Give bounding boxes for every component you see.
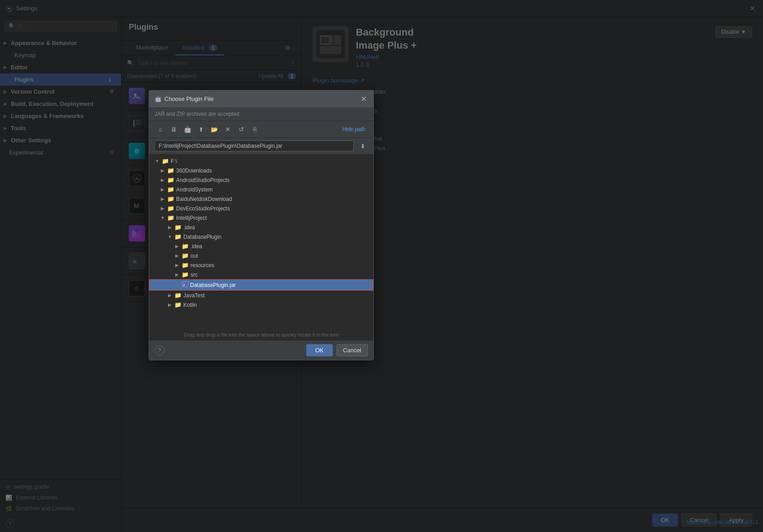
dialog-overlay: 🤖 Choose Plugin File ✕ JAR and ZIP archi… (0, 0, 763, 532)
folder-icon-android-system: 📁 (167, 186, 174, 193)
android-icon: 🤖 (184, 126, 191, 133)
tree-label-intellij: IntellijProject (176, 215, 368, 221)
tree-arrow-db-jar: ▶ (175, 282, 180, 287)
folder-icon-db-plugin: 📁 (174, 233, 182, 240)
tree-label-db-jar: DatabasePlugin.jar (190, 282, 368, 288)
tree-arrow-intellij: ▼ (160, 215, 165, 220)
folder-icon-android-studio: 📁 (167, 177, 174, 183)
home-icon: ⌂ (159, 126, 162, 133)
tree-label-android-system: AndroidSystem (176, 186, 368, 193)
tree-item-resources[interactable]: ▶ 📁 resources (149, 260, 373, 270)
folder-icon-src: 📁 (182, 271, 189, 278)
tree-arrow-idea2: ▶ (174, 244, 180, 249)
android-toolbar-button[interactable]: 🤖 (182, 124, 193, 135)
dialog-footer-help: ? (154, 346, 164, 355)
jar-file-icon: J (182, 281, 188, 289)
tree-item-out[interactable]: ▶ 📁 out (149, 251, 373, 260)
dialog-footer: ? OK Cancel (149, 340, 373, 360)
tree-label-resources: resources (191, 262, 368, 268)
tree-label-javatest: JavaTest (183, 292, 368, 299)
tree-item-kotlin-folder[interactable]: ▶ 📁 Kotlin (149, 300, 373, 309)
folder-icon-idea1: 📁 (174, 224, 182, 231)
tree-item-deveco[interactable]: ▶ 📁 DevEcoStudioProjects (149, 204, 373, 213)
tree-label-src: src (191, 272, 368, 278)
folder-up-icon: 🖥 (171, 126, 177, 133)
dialog-help-button[interactable]: ? (154, 346, 164, 355)
copy-toolbar-button[interactable]: ⎘ (249, 124, 261, 135)
dialog-file-tree: ▼ 📁 F:\ ▶ 📁 360Downloads ▶ 📁 AndroidStud… (149, 155, 373, 329)
folder-icon-360: 📁 (167, 167, 174, 174)
tree-label-idea1: .idea (183, 224, 368, 231)
folder-up-toolbar-button[interactable]: 🖥 (168, 124, 180, 135)
delete-icon: ✕ (225, 126, 231, 133)
folder-icon-resources: 📁 (182, 262, 189, 268)
dialog-subtitle: JAR and ZIP archives are accepted (149, 107, 373, 121)
tree-label-out: out (191, 253, 368, 259)
tree-label-deveco: DevEcoStudioProjects (176, 205, 368, 212)
settings-window: Settings ✕ 🔍 ▶ Appearance & Behavior Key… (0, 0, 763, 532)
dialog-title-bar: 🤖 Choose Plugin File ✕ (149, 91, 373, 107)
path-input[interactable] (154, 141, 354, 151)
tree-arrow-resources: ▶ (174, 263, 180, 268)
tree-arrow-idea1: ▶ (167, 225, 173, 230)
dialog-hint: Drag and drop a file into the space abov… (149, 329, 373, 340)
tree-item-android-system[interactable]: ▶ 📁 AndroidSystem (149, 185, 373, 194)
tree-item-baidu[interactable]: ▶ 📁 BaiduNetdiskDownload (149, 194, 373, 204)
dialog-toolbar: ⌂ 🖥 🤖 ⬆ 📂 ✕ ↺ (149, 121, 373, 138)
tree-arrow-android-studio: ▶ (160, 177, 165, 182)
delete-toolbar-button[interactable]: ✕ (222, 124, 234, 135)
hide-path-button[interactable]: Hide path (340, 125, 368, 133)
dialog-cancel-button[interactable]: Cancel (336, 344, 368, 356)
tree-arrow-db-plugin: ▼ (167, 234, 173, 239)
copy-icon: ⎘ (253, 126, 257, 133)
parent-folder-icon: ⬆ (199, 126, 204, 133)
folder-icon-javatest: 📁 (174, 292, 182, 299)
tree-arrow-javatest: ▶ (167, 293, 173, 298)
folder-icon-deveco: 📁 (167, 205, 174, 212)
tree-item-idea1[interactable]: ▶ 📁 .idea (149, 223, 373, 232)
dialog-title: 🤖 Choose Plugin File (154, 95, 213, 102)
tree-item-db-jar[interactable]: ▶ J DatabasePlugin.jar (149, 279, 373, 291)
dialog-ok-button[interactable]: OK (306, 344, 333, 356)
folder-icon-out: 📁 (182, 252, 189, 259)
tree-item-intellij[interactable]: ▼ 📁 IntellijProject (149, 213, 373, 223)
tree-arrow-src: ▶ (174, 272, 180, 277)
new-folder-toolbar-button[interactable]: 📂 (209, 124, 220, 135)
folder-icon-baidu: 📁 (167, 196, 174, 202)
tree-arrow-out: ▶ (174, 253, 180, 258)
tree-item-f-root[interactable]: ▼ 📁 F:\ (149, 156, 373, 166)
tree-arrow-kotlin-folder: ▶ (167, 302, 173, 307)
tree-arrow-360: ▶ (160, 168, 165, 173)
tree-arrow-baidu: ▶ (160, 196, 165, 201)
svg-text:J: J (183, 283, 185, 286)
tree-label-kotlin-folder: Kotlin (183, 302, 368, 308)
tree-item-idea2[interactable]: ▶ 📁 .idea (149, 241, 373, 251)
refresh-icon: ↺ (239, 126, 244, 133)
tree-item-android-studio[interactable]: ▶ 📁 AndroidStudioProjects (149, 175, 373, 185)
tree-arrow-f-root: ▼ (154, 159, 160, 164)
refresh-toolbar-button[interactable]: ↺ (236, 124, 247, 135)
home-toolbar-button[interactable]: ⌂ (154, 124, 166, 135)
tree-arrow-android-system: ▶ (160, 187, 165, 192)
tree-item-src[interactable]: ▶ 📁 src (149, 270, 373, 279)
tree-item-360downloads[interactable]: ▶ 📁 360Downloads (149, 166, 373, 175)
tree-item-javatest[interactable]: ▶ 📁 JavaTest (149, 291, 373, 300)
path-download-button[interactable]: ⬇ (357, 141, 368, 151)
dialog-android-icon: 🤖 (154, 95, 162, 102)
choose-plugin-file-dialog: 🤖 Choose Plugin File ✕ JAR and ZIP archi… (149, 90, 374, 360)
folder-icon-idea2: 📁 (182, 243, 189, 250)
folder-icon-f-root: 📁 (162, 158, 169, 164)
tree-item-database-plugin[interactable]: ▼ 📁 DatabasePlugin (149, 232, 373, 241)
new-folder-icon: 📂 (211, 126, 218, 133)
tree-label-db-plugin: DatabasePlugin (183, 234, 368, 240)
tree-label-android-studio: AndroidStudioProjects (176, 177, 368, 183)
dialog-footer-buttons: OK Cancel (306, 344, 368, 356)
folder-icon-kotlin-folder: 📁 (174, 301, 182, 308)
tree-label-360: 360Downloads (176, 168, 368, 174)
tree-label-idea2: .idea (191, 243, 368, 250)
tree-arrow-deveco: ▶ (160, 206, 165, 211)
parent-folder-toolbar-button[interactable]: ⬆ (195, 124, 207, 135)
dialog-close-button[interactable]: ✕ (359, 94, 368, 103)
dialog-path-bar: ⬇ (149, 138, 373, 155)
tree-label-baidu: BaiduNetdiskDownload (176, 196, 368, 202)
